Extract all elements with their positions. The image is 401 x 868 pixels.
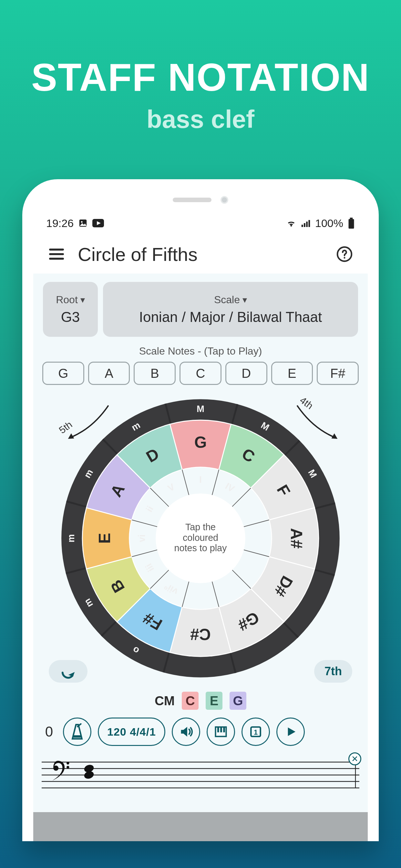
scale-note-chip[interactable]: B (134, 362, 176, 385)
play-button[interactable] (276, 717, 305, 746)
device-frame: 19:26 100% Circle of Fifths (22, 179, 379, 841)
scale-note-chip[interactable]: G (42, 362, 84, 385)
svg-point-76 (83, 770, 95, 780)
tempo-signature-button[interactable]: 120 4/4/1 (98, 717, 165, 746)
circle-of-fifths: 5th 4th MMMommmmGCFA#D#G#C#F#BEADIIVviiº… (33, 388, 368, 688)
scale-note-chip[interactable]: A (88, 362, 130, 385)
signal-icon (301, 219, 311, 227)
hamburger-menu-icon[interactable] (46, 244, 67, 265)
scale-notes-label: Scale Notes - (Tap to Play) (33, 344, 368, 362)
close-staff-button[interactable]: ✕ (348, 752, 361, 765)
svg-rect-60 (73, 735, 81, 738)
chevron-down-icon: ▾ (243, 294, 247, 305)
sound-button[interactable] (172, 717, 200, 746)
root-selector[interactable]: Root▾ G3 (43, 282, 98, 337)
svg-rect-5 (306, 221, 308, 227)
repeat-one-icon: 1 (249, 724, 263, 739)
svg-rect-8 (349, 219, 354, 228)
root-label: Root (56, 294, 78, 306)
svg-text:1: 1 (254, 728, 258, 736)
device-notch (173, 196, 228, 204)
svg-point-1 (81, 221, 83, 223)
scale-note-chip[interactable]: D (225, 362, 267, 385)
svg-rect-63 (220, 727, 222, 733)
youtube-icon (92, 219, 104, 227)
page-title: Circle of Fifths (78, 244, 323, 265)
svg-rect-62 (217, 727, 219, 733)
wifi-icon (286, 219, 297, 227)
svg-text:Tap the: Tap the (185, 522, 216, 532)
circle-diagram[interactable]: MMMommmmGCFA#D#G#C#F#BEADIIVviiºiiiviiiV… (55, 393, 346, 684)
metronome-button[interactable] (63, 717, 91, 746)
promo-title: STAFF NOTATION (31, 55, 370, 99)
svg-rect-64 (223, 727, 225, 733)
promo-subtitle: bass clef (147, 104, 254, 134)
android-nav-bar (33, 812, 368, 841)
chord-name: CM (155, 693, 175, 708)
seventh-toggle[interactable]: 7th (314, 660, 352, 683)
scale-selector[interactable]: Scale▾ Ionian / Major / Bilawal Thaat (103, 282, 358, 337)
svg-text:E: E (96, 533, 114, 544)
chevron-down-icon: ▾ (81, 294, 85, 305)
scale-note-chip[interactable]: E (271, 362, 313, 385)
app-screen: 19:26 100% Circle of Fifths (33, 212, 368, 841)
repeat-button[interactable]: 1 (242, 717, 270, 746)
staff-notation[interactable]: ✕ (42, 755, 359, 795)
svg-text:notes to play: notes to play (174, 543, 227, 553)
chord-note-2: E (206, 692, 222, 710)
battery-icon (348, 218, 355, 228)
chord-note-3: G (229, 692, 246, 710)
status-battery-text: 100% (315, 217, 343, 229)
svg-point-74 (66, 766, 69, 769)
beat-counter: 0 (42, 724, 57, 740)
svg-text:coloured: coloured (183, 532, 218, 543)
scale-note-chip[interactable]: C (180, 362, 221, 385)
app-bar: Circle of Fifths (33, 235, 368, 274)
close-icon: ✕ (351, 754, 359, 764)
scale-value: Ionian / Major / Bilawal Thaat (139, 309, 322, 325)
svg-rect-9 (49, 249, 64, 251)
svg-rect-3 (302, 225, 303, 227)
rotate-button[interactable] (49, 660, 88, 683)
metronome-icon (70, 723, 84, 740)
svg-text:A#: A# (287, 528, 305, 549)
speaker-icon (179, 724, 193, 739)
chord-note-1: C (182, 692, 198, 710)
help-icon[interactable] (334, 244, 355, 265)
instrument-button[interactable] (207, 717, 235, 746)
status-time: 19:26 (46, 217, 73, 229)
playback-controls: 0 120 4/4/1 1 (33, 714, 368, 752)
svg-point-73 (66, 762, 69, 764)
scale-label: Scale (214, 294, 240, 306)
svg-text:M: M (197, 404, 204, 414)
svg-rect-6 (308, 220, 310, 227)
svg-text:m: m (66, 534, 76, 542)
play-icon (284, 725, 297, 738)
chord-display: CM C E G (33, 688, 368, 714)
svg-text:I: I (199, 474, 202, 485)
svg-text:G: G (194, 433, 207, 452)
root-value: G3 (61, 309, 80, 325)
piano-icon (214, 724, 228, 739)
scale-notes-row: GABCDEF# (33, 362, 368, 388)
svg-text:vi: vi (136, 534, 147, 542)
status-bar: 19:26 100% (33, 212, 368, 235)
svg-rect-10 (49, 253, 64, 255)
svg-point-13 (344, 257, 345, 259)
svg-rect-4 (304, 223, 305, 227)
svg-text:C#: C# (190, 625, 211, 643)
svg-rect-7 (350, 218, 353, 219)
svg-rect-11 (49, 258, 64, 259)
gallery-icon (78, 218, 88, 228)
scale-note-chip[interactable]: F# (317, 362, 359, 385)
